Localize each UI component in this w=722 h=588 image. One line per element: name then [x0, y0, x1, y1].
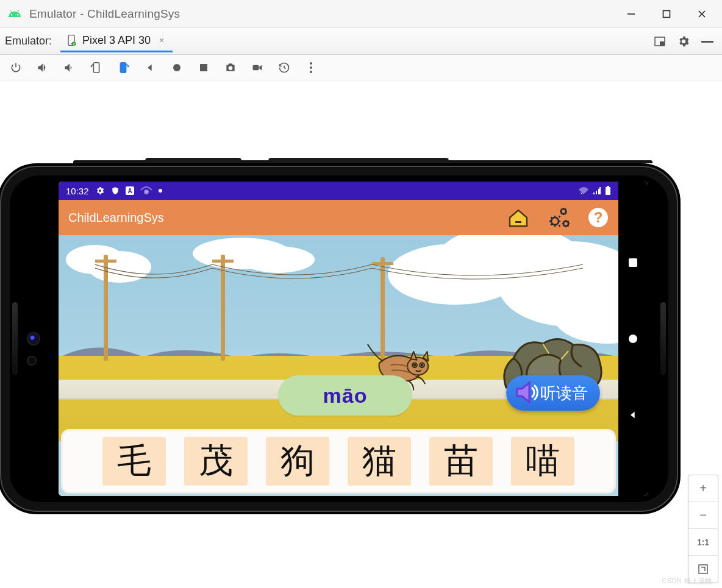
svg-point-35 [241, 246, 315, 273]
svg-point-40 [407, 357, 428, 375]
zoom-in-button[interactable]: + [688, 475, 718, 502]
window-minimize-button[interactable] [613, 0, 649, 28]
pinyin-text: māo [323, 384, 368, 408]
svg-rect-26 [515, 221, 521, 223]
battery-icon [605, 186, 611, 196]
choice-char: 喵 [526, 438, 560, 484]
svg-text:?: ? [145, 190, 148, 194]
listen-label: 听读音 [540, 383, 588, 404]
appbar-help-button[interactable]: ? [588, 207, 609, 228]
svg-point-43 [413, 364, 415, 366]
overview-nav-icon[interactable] [196, 60, 211, 75]
history-icon[interactable] [277, 60, 291, 75]
choice-char: 苗 [444, 438, 478, 484]
appbar-settings-button[interactable] [546, 207, 571, 228]
svg-rect-24 [606, 187, 610, 195]
tab-row: Emulator: Pixel 3 API 30 × [0, 28, 722, 55]
shield-status-icon [111, 186, 120, 196]
device-overview-button[interactable] [627, 257, 639, 269]
zoom-out-button[interactable]: − [688, 502, 718, 529]
svg-rect-13 [200, 64, 207, 71]
listen-button[interactable]: 听读音 [506, 375, 600, 411]
svg-point-16 [310, 66, 312, 69]
choice-tile[interactable]: 猫 [348, 437, 411, 486]
more-icon[interactable] [304, 60, 318, 75]
device-tab-label: Pixel 3 API 30 [82, 34, 151, 47]
choice-tile[interactable]: 狗 [266, 437, 329, 486]
front-camera-icon [28, 333, 39, 344]
power-icon[interactable] [9, 60, 23, 75]
choices-bar: 毛 茂 狗 猫 苗 喵 [61, 429, 616, 494]
app-appbar: ChildLearningSys ? [59, 200, 618, 235]
settings-gear-icon[interactable] [677, 35, 690, 48]
svg-point-22 [159, 189, 162, 193]
device-navbar [618, 182, 648, 496]
volume-up-icon[interactable] [35, 60, 50, 75]
svg-rect-47 [699, 565, 707, 573]
android-icon [7, 7, 22, 21]
sensor-dot-icon [28, 357, 35, 364]
content-area: 10:32 A ? x [0, 80, 722, 588]
app-title-text: ChildLearningSys [68, 211, 164, 225]
back-nav-icon[interactable] [143, 60, 157, 75]
choice-char: 毛 [117, 438, 151, 484]
window-titlebar: Emulator - ChildLearningSys [0, 0, 722, 28]
home-nav-icon[interactable] [170, 60, 184, 75]
svg-rect-1 [663, 10, 670, 17]
svg-rect-8 [660, 41, 665, 46]
window-mode-icon[interactable] [654, 35, 666, 48]
svg-text:?: ? [594, 209, 603, 225]
watermark-text: CSDN 極上湯麵 [662, 576, 712, 586]
gear-status-icon [95, 186, 105, 196]
choice-tile[interactable]: 苗 [429, 437, 493, 486]
square-a-icon: A [126, 186, 134, 195]
svg-text:A: A [127, 188, 132, 194]
rotate-right-icon[interactable] [116, 60, 130, 75]
emulator-toolbar [0, 55, 722, 80]
choice-char: 茂 [199, 438, 233, 484]
window-title: Emulator - ChildLearningSys [29, 7, 180, 21]
choice-tile[interactable]: 毛 [102, 437, 166, 486]
rotate-left-icon[interactable] [89, 60, 104, 75]
speaker-grill-left [12, 302, 18, 375]
svg-point-33 [88, 251, 151, 283]
svg-rect-11 [120, 62, 126, 73]
choice-tile[interactable]: 茂 [184, 437, 248, 486]
svg-rect-14 [253, 65, 259, 69]
window-close-button[interactable] [684, 0, 720, 28]
svg-point-5 [71, 43, 72, 44]
volume-down-icon[interactable] [62, 60, 77, 75]
device-home-button[interactable] [627, 333, 639, 345]
svg-rect-45 [629, 258, 637, 267]
svg-point-46 [629, 335, 637, 343]
choice-char: 狗 [281, 438, 315, 484]
pole-decor [104, 255, 108, 361]
device-icon [65, 34, 77, 46]
dot-status-icon [159, 189, 162, 193]
game-scene: māo 听读音 毛 茂 狗 猫 苗 喵 [59, 235, 618, 496]
svg-rect-9 [701, 41, 713, 43]
camera-icon[interactable] [223, 60, 238, 75]
minimize-panel-icon[interactable] [701, 40, 713, 43]
zoom-panel: + − 1:1 [688, 475, 718, 583]
wifi-icon: x [578, 186, 589, 195]
zoom-fit-button[interactable]: 1:1 [688, 529, 718, 556]
status-time: 10:32 [66, 186, 89, 196]
speaker-grill-right [660, 302, 666, 375]
choice-tile[interactable]: 喵 [511, 437, 574, 486]
appbar-home-button[interactable] [507, 208, 529, 227]
android-statusbar: 10:32 A ? x [59, 182, 618, 200]
svg-rect-25 [607, 186, 609, 187]
pinyin-bubble: māo [278, 375, 412, 416]
wifi-help-icon: ? [140, 186, 152, 195]
device-back-button[interactable] [627, 409, 639, 421]
svg-point-17 [310, 71, 312, 73]
tab-close-button[interactable]: × [159, 35, 164, 45]
svg-point-15 [310, 62, 312, 65]
window-maximize-button[interactable] [649, 0, 684, 28]
svg-point-44 [421, 364, 423, 366]
record-icon[interactable] [250, 60, 265, 75]
svg-point-12 [173, 64, 180, 71]
svg-text:x: x [581, 191, 582, 195]
device-tab[interactable]: Pixel 3 API 30 × [60, 30, 173, 52]
